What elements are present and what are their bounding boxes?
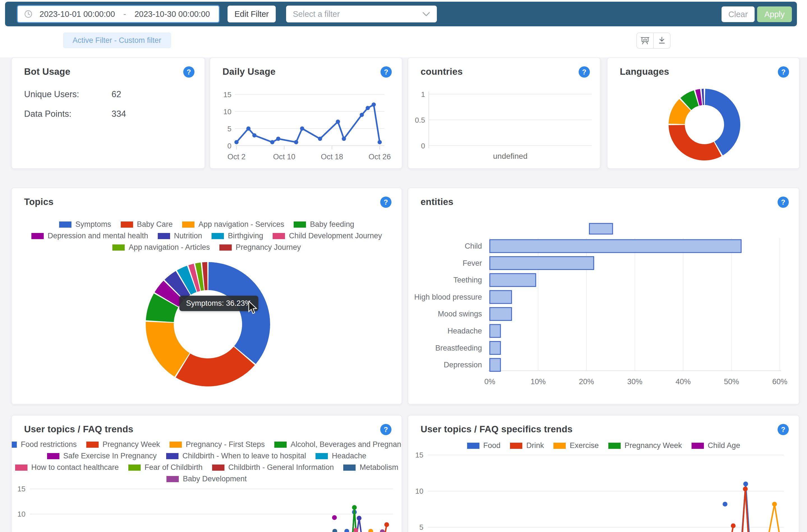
- svg-text:Oct 18: Oct 18: [321, 153, 343, 161]
- svg-text:5: 5: [227, 125, 232, 133]
- filter-select[interactable]: Select a filter: [286, 6, 437, 22]
- date-range-input[interactable]: 2023-10-01 00:00:00 - 2023-10-30 00:00:0…: [17, 5, 220, 23]
- svg-text:10%: 10%: [530, 377, 546, 386]
- svg-text:15: 15: [17, 485, 25, 493]
- stat-value: 62: [111, 89, 121, 99]
- svg-text:Oct 10: Oct 10: [273, 153, 296, 161]
- bar-breastfeeding[interactable]: [490, 342, 500, 355]
- svg-text:40%: 40%: [676, 377, 691, 386]
- svg-text:undefined: undefined: [493, 152, 527, 160]
- stat-value: 334: [111, 109, 126, 119]
- svg-text:Child: Child: [464, 242, 482, 250]
- bar-mood-swings[interactable]: [490, 307, 512, 320]
- svg-text:High blood pressure: High blood pressure: [414, 293, 482, 301]
- svg-text:10: 10: [17, 510, 25, 518]
- faq-trends-card: User topics / FAQ trends ? Food restrict…: [11, 415, 402, 532]
- bar-high-blood-pressure[interactable]: [490, 291, 512, 304]
- svg-text:10: 10: [223, 108, 232, 116]
- svg-text:0.5: 0.5: [415, 116, 425, 124]
- entities-card: entities ? 0%10%20%30%40%50%60%ChildFeve…: [408, 188, 800, 405]
- help-icon[interactable]: ?: [183, 66, 195, 78]
- svg-text:Oct 2: Oct 2: [227, 153, 246, 161]
- floating-bar: [589, 224, 612, 234]
- svg-text:0: 0: [421, 142, 425, 150]
- chart-toolbar: [636, 33, 671, 49]
- svg-text:Depression: Depression: [444, 361, 482, 369]
- mouse-cursor-icon: [248, 301, 259, 317]
- svg-text:Oct 26: Oct 26: [368, 153, 391, 161]
- pie-slice-symptoms[interactable]: [208, 262, 270, 364]
- date-to[interactable]: 2023-10-30 00:00:00: [134, 10, 210, 19]
- svg-text:Teething: Teething: [453, 276, 482, 284]
- card-title: Bot Usage: [24, 66, 70, 77]
- presentation-mode-button[interactable]: [637, 33, 653, 48]
- daily-usage-line-chart[interactable]: 051015Oct 2Oct 10Oct 18Oct 26: [210, 58, 402, 169]
- topics-card: Topics ? SymptomsBaby CareApp navigation…: [11, 188, 402, 405]
- svg-text:15: 15: [415, 451, 423, 459]
- stat-label: Unique Users:: [24, 89, 79, 99]
- clock-icon: [24, 10, 33, 18]
- bar-headache[interactable]: [490, 324, 500, 337]
- entities-bar-chart[interactable]: 0%10%20%30%40%50%60%ChildFeverTeethingHi…: [408, 188, 800, 405]
- download-button[interactable]: [653, 33, 670, 48]
- bar-fever[interactable]: [490, 257, 594, 270]
- bot-usage-card: Bot Usage ? Unique Users: 62 Data Points…: [11, 57, 205, 169]
- stat-row: Unique Users: 62: [24, 89, 79, 99]
- svg-text:50%: 50%: [724, 377, 739, 386]
- bar-depression[interactable]: [490, 358, 500, 371]
- stat-label: Data Points:: [24, 109, 71, 119]
- svg-text:0: 0: [227, 142, 232, 150]
- bar-child[interactable]: [490, 240, 741, 252]
- clear-button[interactable]: Clear: [721, 6, 755, 22]
- apply-button[interactable]: Apply: [757, 6, 792, 22]
- chart-tooltip: Symptoms: 36.23%: [179, 296, 258, 311]
- filter-topbar: 2023-10-01 00:00:00 - 2023-10-30 00:00:0…: [5, 2, 797, 26]
- svg-text:1: 1: [421, 90, 425, 98]
- languages-donut-chart[interactable]: [607, 58, 800, 169]
- active-filter-badge: Active Filter - Custom filter: [63, 33, 171, 48]
- faq-specifics-line-chart[interactable]: 15105: [408, 416, 800, 532]
- svg-text:10: 10: [415, 487, 423, 495]
- download-icon: [657, 36, 667, 46]
- svg-text:Headache: Headache: [447, 327, 482, 335]
- svg-text:Mood swings: Mood swings: [438, 310, 482, 318]
- svg-text:5: 5: [420, 523, 423, 531]
- faq-trends-line-chart[interactable]: 1510: [12, 416, 402, 532]
- faq-specifics-card: User topics / FAQ specifics trends ? Foo…: [408, 415, 800, 532]
- date-separator: -: [123, 10, 126, 19]
- languages-card: Languages ?: [607, 57, 800, 169]
- svg-text:30%: 30%: [627, 377, 642, 386]
- date-from[interactable]: 2023-10-01 00:00:00: [39, 10, 115, 19]
- bar-teething[interactable]: [490, 273, 536, 286]
- svg-text:Breastfeeding: Breastfeeding: [435, 344, 482, 352]
- svg-text:Fever: Fever: [463, 259, 482, 267]
- countries-card: countries ? 00.51undefined: [408, 57, 601, 169]
- svg-text:0%: 0%: [484, 377, 495, 386]
- chevron-down-icon: [422, 12, 430, 17]
- daily-usage-card: Daily Usage ? 051015Oct 2Oct 10Oct 18Oct…: [209, 57, 402, 169]
- presentation-board-icon: [640, 36, 650, 46]
- svg-text:60%: 60%: [772, 377, 787, 386]
- stat-row: Data Points: 334: [24, 109, 71, 119]
- countries-chart[interactable]: 00.51undefined: [408, 58, 601, 169]
- edit-filter-button[interactable]: Edit Filter: [227, 6, 276, 22]
- filter-select-placeholder: Select a filter: [293, 10, 340, 19]
- svg-text:20%: 20%: [579, 377, 594, 386]
- svg-text:15: 15: [223, 91, 232, 99]
